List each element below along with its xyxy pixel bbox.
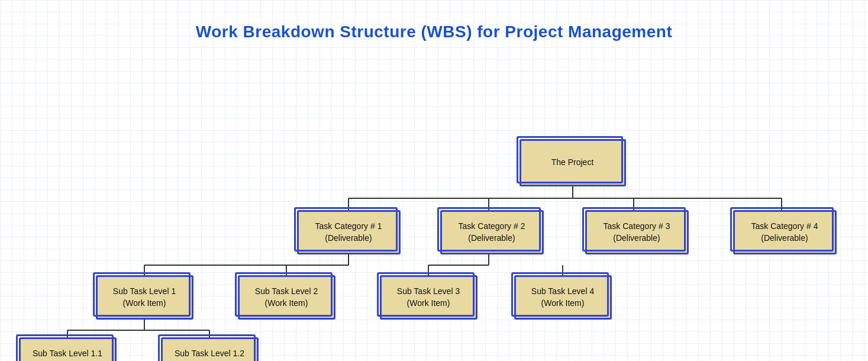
node-sub1: Sub Task Level 1(Work Item) xyxy=(96,275,193,320)
node-pkg12: Sub Task Level 1.2(Work Package) xyxy=(161,337,259,361)
node-sub2: Sub Task Level 2(Work Item) xyxy=(238,275,335,320)
node-cat2: Task Category # 2(Deliverable) xyxy=(440,210,544,254)
node-sub4: Sub Task Level 4(Work Item) xyxy=(514,275,612,320)
node-sub3: Sub Task Level 3(Work Item) xyxy=(380,275,477,320)
node-cat1: Task Category # 1(Deliverable) xyxy=(297,210,401,254)
node-pkg11: Sub Task Level 1.1(Work Package) xyxy=(19,337,117,361)
page: Work Breakdown Structure (WBS) for Proje… xyxy=(0,0,868,361)
page-title: Work Breakdown Structure (WBS) for Proje… xyxy=(0,12,868,47)
node-root: The Project xyxy=(519,139,626,186)
node-cat3: Task Category # 3(Deliverable) xyxy=(585,210,689,254)
node-cat4: Task Category # 4(Deliverable) xyxy=(733,210,837,254)
wbs-container: The Project Task Category # 1(Deliverabl… xyxy=(8,47,860,361)
